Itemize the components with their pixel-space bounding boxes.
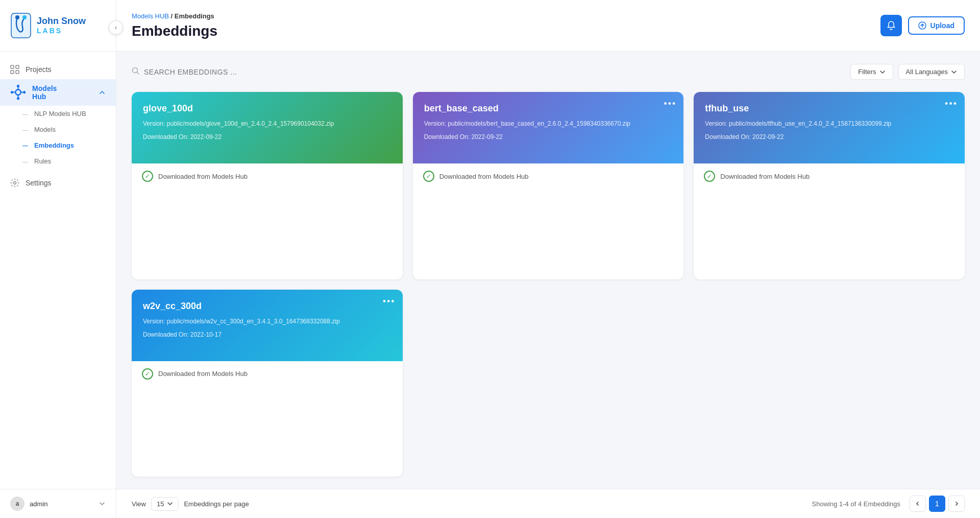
upload-button[interactable]: Upload: [908, 16, 965, 35]
language-filter-button[interactable]: All Languages: [898, 64, 965, 80]
content-area: Filters All Languages glove_100d: [116, 52, 980, 489]
page-1-button[interactable]: 1: [929, 496, 945, 512]
chevron-down-icon: [879, 69, 886, 75]
downloaded-on-value-0: 2022-09-22: [190, 133, 222, 140]
per-page-select[interactable]: 15: [151, 497, 179, 511]
sidebar-item-projects[interactable]: Projects: [0, 60, 116, 79]
jsl-logo-icon: [10, 12, 32, 39]
card-name-bert: bert_base_cased: [424, 103, 673, 114]
filters-button[interactable]: Filters: [850, 64, 893, 80]
per-page-unit: Embeddings per page: [184, 500, 249, 508]
user-menu[interactable]: a admin: [0, 489, 116, 518]
page-title: Embeddings: [132, 23, 217, 39]
card-status-3: Downloaded from Models Hub: [158, 370, 248, 378]
chevron-left-icon: [915, 501, 920, 506]
svg-point-9: [17, 97, 19, 100]
card-status-1: Downloaded from Models Hub: [439, 173, 529, 180]
sidebar-collapse-button[interactable]: ‹: [109, 20, 123, 35]
downloaded-on-label-3: Downloaded On:: [143, 331, 188, 338]
showing-text: Showing 1-4 of 4 Embeddings: [812, 500, 900, 508]
card-w2v-cc-300d: w2v_cc_300d ••• Version: public/models/w…: [132, 290, 403, 477]
chevron-up-icon-user: [99, 500, 106, 507]
svg-point-11: [23, 91, 26, 93]
card-more-button-1[interactable]: •••: [664, 99, 676, 108]
downloaded-on-value-1: 2022-09-22: [471, 133, 502, 140]
sidebar-item-rules-label: Rules: [34, 157, 51, 165]
card-status-2: Downloaded from Models Hub: [720, 173, 810, 180]
sidebar-nav: Projects Models Hub: [0, 52, 116, 489]
sidebar-item-embeddings-label: Embeddings: [34, 142, 74, 149]
bottom-bar: View 15 Embeddings per page Showing 1-4 …: [116, 489, 980, 518]
sidebar-item-rules[interactable]: Rules: [0, 153, 116, 169]
svg-point-10: [11, 91, 13, 93]
card-more-button-3[interactable]: •••: [383, 297, 396, 306]
filter-group: Filters All Languages: [850, 64, 965, 80]
svg-point-7: [15, 90, 20, 95]
gear-icon: [10, 178, 19, 187]
sidebar-item-models-hub[interactable]: Models Hub: [0, 79, 116, 106]
logo-text: John Snow LABS: [37, 16, 86, 35]
sidebar-item-projects-label: Projects: [26, 65, 52, 74]
sidebar-item-nlp-models-hub[interactable]: NLP Models HUB: [0, 106, 116, 122]
version-label-1: Version:: [424, 120, 446, 127]
chevron-up-icon: [99, 89, 106, 96]
card-more-button-2[interactable]: •••: [945, 99, 958, 108]
chevron-down-icon-lang: [951, 69, 957, 75]
svg-rect-5: [11, 70, 14, 74]
breadcrumb-parent[interactable]: Models HUB: [132, 12, 169, 20]
view-label: View: [132, 500, 146, 508]
version-label-2: Version:: [705, 120, 727, 127]
search-box: [132, 67, 489, 77]
sidebar-group-models-hub: Models Hub NLP Models HUB Models Embeddi…: [0, 79, 116, 169]
username: admin: [30, 500, 47, 508]
sidebar: John Snow LABS ‹ Projects: [0, 0, 116, 518]
chevron-down-icon-perpage: [167, 501, 173, 507]
bell-icon: [886, 20, 896, 31]
sidebar-item-settings-label: Settings: [26, 179, 52, 187]
downloaded-on-label-0: Downloaded On:: [143, 133, 188, 140]
notifications-button[interactable]: [880, 15, 902, 36]
version-label-3: Version:: [143, 318, 165, 325]
breadcrumb: Models HUB / Embeddings: [132, 12, 217, 20]
sidebar-item-settings[interactable]: Settings: [0, 173, 116, 193]
view-control: View 15 Embeddings per page: [132, 497, 249, 511]
svg-rect-0: [11, 13, 31, 38]
sidebar-item-models-hub-label: Models Hub: [32, 84, 57, 101]
version-value-0: public/models/glove_100d_en_2.4.0_2.4_15…: [167, 120, 334, 127]
version-value-1: public/models/bert_base_cased_en_2.6.0_2…: [448, 120, 630, 127]
version-value-2: public/models/tfhub_use_en_2.4.0_2.4_158…: [729, 120, 891, 127]
upload-icon: [918, 21, 926, 30]
hub-icon: [10, 84, 26, 100]
logo-line2: LABS: [37, 27, 86, 35]
card-tfhub-use: tfhub_use ••• Version: public/models/tfh…: [694, 92, 965, 279]
card-name-glove: glove_100d: [143, 103, 391, 114]
downloaded-on-label-2: Downloaded On:: [705, 133, 750, 140]
avatar: a: [10, 497, 24, 511]
svg-point-8: [17, 85, 19, 87]
sidebar-item-embeddings[interactable]: Embeddings: [0, 137, 116, 153]
card-status-0: Downloaded from Models Hub: [158, 173, 248, 180]
check-icon-2: ✓: [704, 171, 715, 182]
svg-rect-6: [16, 70, 19, 74]
search-input[interactable]: [144, 68, 323, 76]
breadcrumb-separator: /: [171, 12, 175, 20]
prev-page-button[interactable]: [910, 496, 926, 512]
sidebar-item-models[interactable]: Models: [0, 122, 116, 137]
main-content: Models HUB / Embeddings Embeddings Uploa…: [116, 0, 980, 518]
pagination: Showing 1-4 of 4 Embeddings 1: [812, 496, 965, 512]
sidebar-item-nlp-models-hub-label: NLP Models HUB: [34, 110, 86, 117]
next-page-button[interactable]: [948, 496, 965, 512]
downloaded-on-label-1: Downloaded On:: [424, 133, 470, 140]
breadcrumb-current: Embeddings: [175, 12, 214, 20]
top-bar: Models HUB / Embeddings Embeddings Uploa…: [116, 0, 980, 52]
version-label-0: Version:: [143, 120, 165, 127]
search-icon: [132, 67, 140, 77]
card-name-tfhub: tfhub_use: [705, 103, 953, 114]
version-value-3: public/models/w2v_cc_300d_en_3.4.1_3.0_1…: [167, 318, 340, 325]
card-name-w2v: w2v_cc_300d: [143, 301, 391, 312]
check-icon-0: ✓: [142, 171, 153, 182]
card-bert-base-cased: bert_base_cased ••• Version: public/mode…: [413, 92, 684, 279]
svg-rect-4: [16, 65, 19, 68]
svg-rect-3: [11, 65, 14, 68]
svg-point-1: [22, 15, 27, 19]
